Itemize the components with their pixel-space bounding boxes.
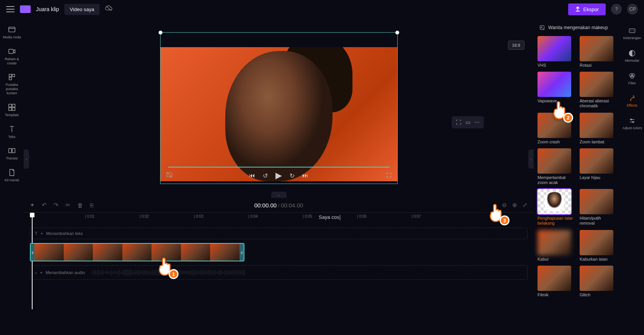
crop-icon[interactable]: ⛶ [455,118,462,126]
effect-glitch[interactable]: Glitch [580,266,616,297]
effect-label: Penghapusan latar belakang [537,216,574,226]
add-text-track[interactable]: T + Menambahkan teks [30,228,528,239]
export-button[interactable]: Ekspor [568,3,606,15]
undo-icon[interactable]: ↶ [42,202,47,209]
ruler-tick: | 0:05 [303,214,312,218]
playhead[interactable] [30,213,34,217]
add-audio-track[interactable]: ♪ + Menambahkan audio [30,265,528,280]
play-button[interactable]: ▶ [275,171,282,181]
ruler-tick: | 0:03 [194,214,203,218]
forward-icon[interactable]: ↻ [290,172,295,179]
tab-my-video[interactable]: Video saya [64,4,100,15]
effect-thumb [537,230,571,255]
effect-kaburkan-isian[interactable]: Kaburkan isian [580,230,616,262]
cloud-sync-icon[interactable] [105,5,113,13]
split-icon[interactable]: ✂ [66,202,70,209]
far-item-captions[interactable]: Keterangan [620,22,644,45]
sidebar-item-library[interactable]: Pustaka pustaka konten [0,69,24,99]
plus-icon: + [40,270,43,275]
effects-search[interactable]: Wanita mengenakan makeup [537,22,616,33]
more-icon[interactable]: ⋯ [473,118,481,126]
effect-hitam-putih-removal[interactable]: Hitam/putih removal [580,189,616,226]
effect-penghapusan-latar-belakang[interactable]: Penghapusan latar belakang [537,189,574,226]
video-clip[interactable]: || || [30,243,244,261]
plus-icon: + [41,231,43,236]
duplicate-icon[interactable]: ⎘ [90,202,93,209]
effect-filmik[interactable]: Filmik [537,266,574,297]
svg-rect-4 [12,74,15,77]
brand-icon [20,5,31,13]
aspect-ratio-badge[interactable]: 16:9 [508,41,524,50]
effect-label: Rotasi [580,63,616,68]
far-item-adjust[interactable]: Adjust colors [620,112,644,135]
sidebar-item-template[interactable]: Template [0,99,24,121]
preview-selection[interactable]: ⏮ ↺ ▶ ↻ ⏭ [160,32,398,184]
effect-memperlambat-zoom-acak[interactable]: Memperlambat zoom acak [537,148,574,185]
effect-vhs[interactable]: VHS [537,36,574,68]
sidebar-item-text[interactable]: Teks [0,121,24,143]
sidebar-item-media[interactable]: Media Anda [0,21,24,43]
text-icon: T [35,231,38,236]
effect-zoom-lambat[interactable]: Zoom lambat [580,113,616,145]
far-item-filter[interactable]: Filter [620,67,644,90]
far-item-effects[interactable]: Effects [620,90,644,112]
ruler-tick: | 0:06 [357,214,367,218]
playback-controls: ⏮ ↺ ▶ ↻ ⏭ [249,171,308,181]
preview-image[interactable] [161,47,397,181]
effect-label: Glitch [580,292,616,297]
right-panel-collapse[interactable]: › [528,149,534,169]
effect-thumb [537,113,571,138]
effect-thumb [537,36,571,61]
effect-label: VHS [537,63,574,68]
effect-vapowave[interactable]: Vapowave [537,72,574,108]
timeline-ruler[interactable]: Saya cos | 0:01| 0:02| 0:03| 0:04| 0:05|… [24,212,534,222]
safe-zone-icon[interactable] [166,171,173,179]
zoom-out-icon[interactable]: ⊖ [502,202,507,209]
skip-start-icon[interactable]: ⏮ [249,172,255,179]
rewind-icon[interactable]: ↺ [263,172,268,179]
effect-label: Kaburkan isian [580,257,616,262]
timeline: ⌄ ✦ ↶ ↷ ✂ 🗑 ⎘ 00:00.00 / 00:04.00 ⊖ ⊕ ⤢ … [24,198,534,335]
clip-handle-left[interactable]: || [31,244,34,261]
far-right-sidebar: Keterangan Memudar Filter Effects Adjust… [620,18,644,335]
timeline-timecode: 00:00.00 / 00:04.00 [254,202,303,209]
sidebar-item-transition[interactable]: Transisi [0,143,24,164]
effect-thumb [580,189,613,214]
effect-zoom-crash[interactable]: Zoom crash [537,113,574,145]
ruler-tick: | 0:02 [139,214,149,218]
timeline-collapse[interactable]: ⌄ [271,192,287,198]
zoom-fit-icon[interactable]: ⤢ [523,202,528,209]
svg-rect-6 [9,104,11,107]
delete-icon[interactable]: 🗑 [77,202,83,209]
effect-label: Aberasi aberasi chromatik [580,99,616,108]
effect-rotasi[interactable]: Rotasi [580,36,616,68]
scrub-line[interactable] [168,167,390,168]
zoom-in-icon[interactable]: ⊕ [512,202,517,209]
canvas-area: ⏮ ↺ ▶ ↻ ⏭ 16:9 ⛶ ▭ ⋯ [24,18,534,198]
clip-handle-right[interactable]: || [240,244,244,261]
sidebar-item-brandkit[interactable]: Kit merek [0,164,24,186]
effect-layar-hijau[interactable]: Layar hijau [580,148,616,185]
effect-aberasi-aberasi-chromatik[interactable]: Aberasi aberasi chromatik [580,72,616,108]
resize-handle-tl[interactable] [159,31,162,34]
skip-end-icon[interactable]: ⏭ [302,172,308,179]
timeline-typing-text: Saya cos [319,214,340,220]
redo-icon[interactable]: ↷ [54,202,59,209]
user-avatar[interactable]: CP [627,4,638,15]
far-item-fade[interactable]: Memudar [620,45,644,67]
floating-toolbar: ⛶ ▭ ⋯ [452,116,484,128]
sidebar-item-record[interactable]: Rekam & create [0,43,24,69]
left-sidebar: Media Anda Rekam & create Pustaka pustak… [0,18,24,335]
resize-handle-tr[interactable] [395,31,399,34]
music-icon: ♪ [35,270,37,275]
svg-rect-11 [12,149,15,153]
help-icon[interactable]: ? [611,4,622,15]
effect-thumb [580,148,613,174]
magic-icon[interactable]: ✦ [30,202,35,209]
fullscreen-icon[interactable] [386,172,392,179]
effect-thumb [537,148,571,174]
effect-thumb [580,72,613,97]
hamburger-menu[interactable] [6,6,15,12]
pip-icon[interactable]: ▭ [464,118,472,126]
effect-kabur[interactable]: Kabur [537,230,574,262]
